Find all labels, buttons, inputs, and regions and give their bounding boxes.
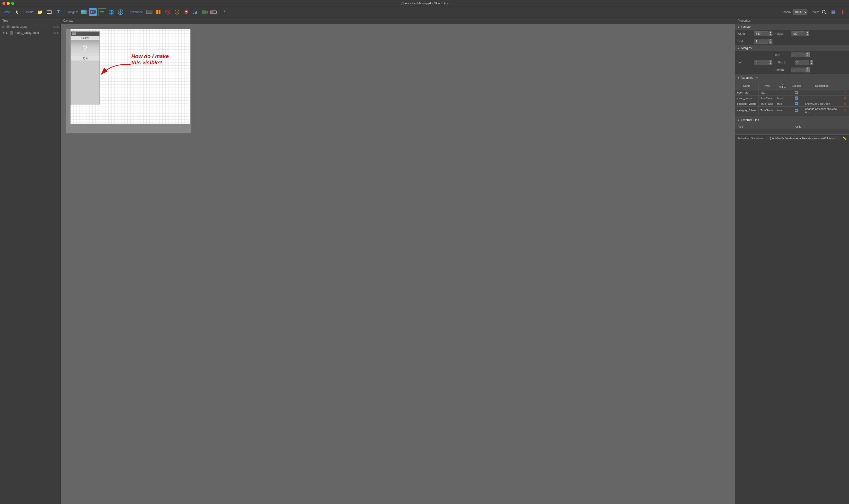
expose-checkbox-4[interactable] <box>795 109 798 112</box>
top-up[interactable]: ▲ <box>806 52 810 55</box>
variables-section-header[interactable]: ▼ Variables + <box>735 74 849 82</box>
globe-tool[interactable]: 🌐 <box>107 8 115 16</box>
maximize-button[interactable] <box>11 2 14 5</box>
var-type-1: Text <box>758 90 775 95</box>
cursor-image-tool[interactable] <box>89 8 97 16</box>
var-expose-3[interactable] <box>790 101 803 107</box>
add-ext-file-button[interactable]: + <box>761 118 766 123</box>
left-down[interactable]: ▼ <box>769 62 773 65</box>
undo-button[interactable]: ↺ <box>222 10 226 15</box>
ext-type-empty <box>735 129 793 134</box>
delete-var-1[interactable]: ✕ <box>843 91 847 94</box>
add-variable-button[interactable]: + <box>755 75 760 80</box>
ext-col-url: URL <box>793 124 849 129</box>
canvas-area[interactable]: $(ctitle) ? $(ut) <box>61 24 735 504</box>
location-tool[interactable] <box>182 8 190 16</box>
var-row-category-visible[interactable]: category_visible True/False true Show Me… <box>735 101 849 107</box>
grid-input[interactable] <box>754 39 768 44</box>
var-init-1 <box>775 90 790 95</box>
width-down[interactable]: ▼ <box>769 34 773 36</box>
var-expose-1[interactable] <box>790 90 803 95</box>
delete-var-3[interactable]: ✕ <box>843 102 847 106</box>
bottom-stepper[interactable]: ▲ ▼ <box>806 67 810 72</box>
var-row-open-tag[interactable]: open_tag Text ✕ <box>735 90 849 95</box>
layer-tool[interactable] <box>830 8 837 16</box>
battery-tool[interactable] <box>210 8 218 16</box>
col-del <box>841 82 849 90</box>
video-tool[interactable] <box>201 8 209 16</box>
knife-tool[interactable] <box>839 8 847 16</box>
chart-tool[interactable] <box>192 8 199 16</box>
height-input-group: ▲ ▼ <box>791 31 809 36</box>
external-files-header[interactable]: ▼ External Files + <box>735 116 849 124</box>
close-button[interactable] <box>2 2 5 5</box>
svg-rect-16 <box>156 10 158 12</box>
visibility-icon-1[interactable]: 👁 <box>2 26 5 29</box>
margins-section-header[interactable]: ▼ Margins <box>735 45 849 51</box>
var-delete-4[interactable]: ✕ <box>841 107 849 114</box>
margins-top-row: Top: ▲ ▼ <box>735 51 849 58</box>
ext-section-arrow: ▼ <box>738 119 740 122</box>
grid-tool[interactable] <box>155 8 162 16</box>
cursor-tool[interactable] <box>13 8 21 16</box>
minimize-button[interactable] <box>7 2 10 5</box>
margins-section-label: Margins <box>741 47 752 50</box>
grid-up[interactable]: ▲ <box>769 39 773 41</box>
grid-stepper[interactable]: ▲ ▼ <box>769 39 773 44</box>
var-row-category-follow[interactable]: category_follow True/False true Change C… <box>735 107 849 114</box>
var-expose-4[interactable] <box>790 107 803 114</box>
landscape-image-tool[interactable] <box>80 8 88 16</box>
rectangle-tool[interactable] <box>45 8 53 16</box>
delete-var-2[interactable]: ✕ <box>843 96 847 100</box>
right-input[interactable] <box>795 60 809 65</box>
var-expose-2[interactable] <box>790 95 803 101</box>
bottom-up[interactable]: ▲ <box>806 67 810 70</box>
right-up[interactable]: ▲ <box>810 60 813 62</box>
expose-checkbox-1[interactable] <box>795 91 798 94</box>
top-stepper[interactable]: ▲ ▼ <box>806 52 810 57</box>
bottom-input[interactable] <box>791 68 806 72</box>
left-input[interactable] <box>754 60 768 65</box>
width-stepper[interactable]: ▲ ▼ <box>769 31 773 36</box>
canvas-grid-row: Grid: ▲ ▼ <box>735 37 849 45</box>
svg-tool[interactable]: SVG <box>98 8 106 16</box>
var-delete-3[interactable]: ✕ <box>841 101 849 107</box>
left-stepper[interactable]: ▲ ▼ <box>769 60 773 65</box>
left-up[interactable]: ▲ <box>769 60 773 62</box>
top-down[interactable]: ▼ <box>806 55 810 57</box>
canvas-section-header[interactable]: ▼ Canvas <box>735 24 849 30</box>
right-down[interactable]: ▼ <box>810 62 813 65</box>
height-up[interactable]: ▲ <box>806 31 809 34</box>
right-stepper[interactable]: ▲ ▼ <box>810 60 813 65</box>
edit-stylesheet-button[interactable]: ✏️ <box>843 136 847 140</box>
clock-tool[interactable] <box>164 8 172 16</box>
height-stepper[interactable]: ▲ ▼ <box>806 31 809 36</box>
variables-section-label: Variables <box>741 76 753 79</box>
screen-tool[interactable] <box>145 8 153 16</box>
tree-item-manu-background[interactable]: 👁 ▶ manu_background ↘5,5 <box>0 30 60 35</box>
delete-var-4[interactable]: ✕ <box>843 108 847 112</box>
top-input[interactable] <box>791 53 806 57</box>
var-delete-2[interactable]: ✕ <box>841 95 849 101</box>
tree-item-menu-open[interactable]: 👁 menu_open ↘5,5 <box>0 24 60 30</box>
width-input[interactable] <box>754 31 768 36</box>
height-input[interactable] <box>791 31 806 36</box>
visibility-icon-2[interactable]: 👁 <box>2 31 5 34</box>
navigation-tool[interactable] <box>117 8 124 16</box>
expose-checkbox-3[interactable] <box>795 102 798 105</box>
compass-tool[interactable] <box>173 8 181 16</box>
annotation-text-line2: this visible? <box>131 59 169 66</box>
height-down[interactable]: ▼ <box>806 34 809 36</box>
expose-checkbox-2[interactable] <box>795 96 798 100</box>
expand-icon-2[interactable]: ▶ <box>6 32 8 34</box>
text-tool[interactable]: T <box>54 8 62 16</box>
grid-down[interactable]: ▼ <box>769 41 773 44</box>
var-row-close-nodes[interactable]: close_nodes True/False false ✕ <box>735 95 849 101</box>
search-tool[interactable] <box>820 8 828 16</box>
zoom-select[interactable]: 100% 75% 50% 150% 200% <box>793 10 808 15</box>
var-delete-1[interactable]: ✕ <box>841 90 849 95</box>
bottom-down[interactable]: ▼ <box>806 70 810 72</box>
tree-header: Tree <box>0 18 60 24</box>
width-up[interactable]: ▲ <box>769 31 773 34</box>
folder-icon[interactable]: 📁 <box>36 8 44 16</box>
